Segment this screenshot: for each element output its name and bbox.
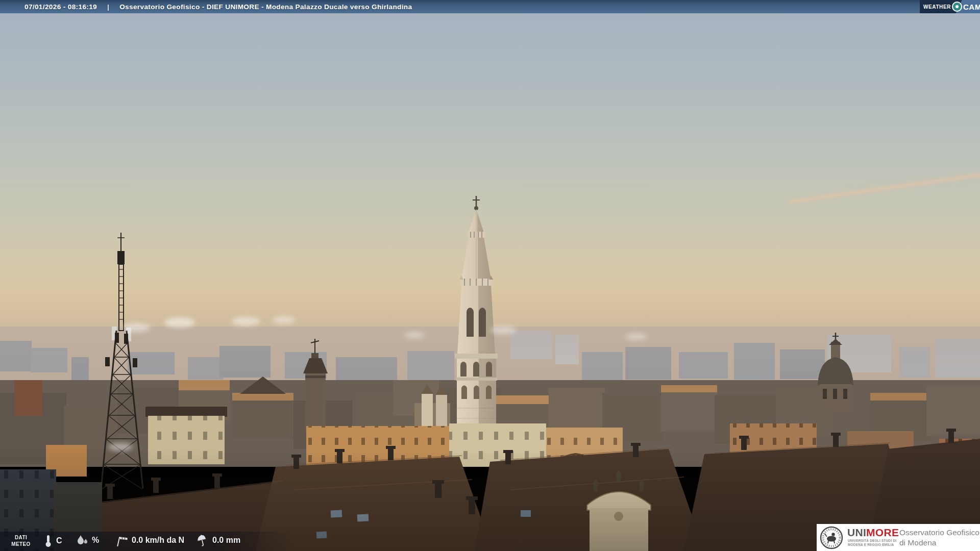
wind-reading: 0.0 km/h da N: [114, 534, 184, 547]
temperature-reading: C: [43, 534, 62, 548]
humidity-reading: %: [77, 534, 99, 547]
camera-lens-icon: [952, 2, 962, 12]
observatory-name: Osservatorio Geofisico di Modena: [899, 528, 979, 548]
droplet-icon: [77, 534, 89, 547]
timestamp: 07/01/2026 - 08:16:19: [24, 3, 97, 11]
topbar: 07/01/2026 - 08:16:19 | Osservatorio Geo…: [0, 0, 980, 13]
windsock-icon: [114, 534, 129, 547]
meteo-data-label: DATI METEO: [9, 534, 33, 547]
weathercam-weather-label: WEATHER: [923, 0, 951, 13]
unimore-logo-box[interactable]: UNIMORE UNIVERSITÀ DEGLI STUDI DI MODENA…: [817, 524, 980, 551]
thermometer-icon: [43, 534, 53, 548]
unimore-subtitle: UNIVERSITÀ DEGLI STUDI DI MODENA E REGGI…: [848, 539, 896, 547]
separator: |: [107, 3, 109, 11]
weathercam-cam-label: CAM: [963, 0, 980, 13]
rain-reading: 0.0 mm: [196, 534, 240, 547]
camera-title: Osservatorio Geofisico - DIEF UNIMORE - …: [119, 3, 412, 11]
cityscape-photo: [0, 0, 980, 551]
unimore-crest-icon: [820, 526, 843, 549]
weathercam-logo[interactable]: WEATHER CAM: [920, 0, 980, 13]
meteo-bar: DATI METEO C % 0.0 km/h da N: [0, 532, 378, 551]
webcam-view: 07/01/2026 - 08:16:19 | Osservatorio Geo…: [0, 0, 980, 551]
unimore-wordmark: UNIMORE: [847, 527, 899, 538]
umbrella-icon: [196, 534, 209, 547]
